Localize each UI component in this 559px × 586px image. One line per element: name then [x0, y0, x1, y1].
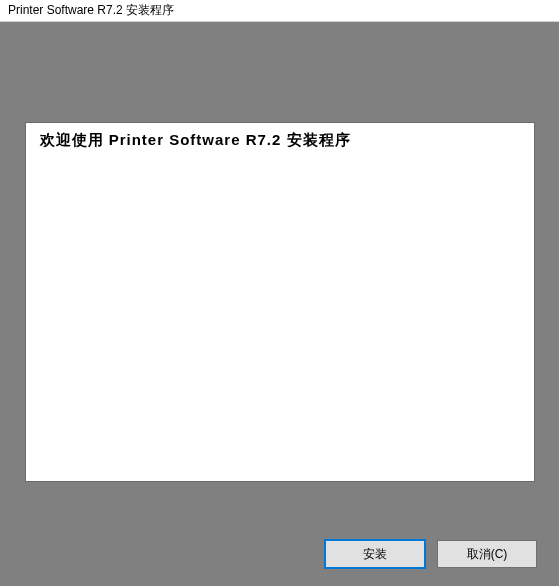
button-row: 安装 取消(C): [325, 540, 537, 568]
window-title: Printer Software R7.2 安装程序: [8, 2, 174, 19]
install-button[interactable]: 安装: [325, 540, 425, 568]
welcome-heading: 欢迎使用 Printer Software R7.2 安装程序: [40, 131, 520, 150]
client-area: 欢迎使用 Printer Software R7.2 安装程序 安装 取消(C): [0, 22, 559, 586]
installer-window: Printer Software R7.2 安装程序 欢迎使用 Printer …: [0, 0, 559, 586]
cancel-button[interactable]: 取消(C): [437, 540, 537, 568]
titlebar: Printer Software R7.2 安装程序: [0, 0, 559, 22]
content-panel: 欢迎使用 Printer Software R7.2 安装程序: [25, 122, 535, 482]
